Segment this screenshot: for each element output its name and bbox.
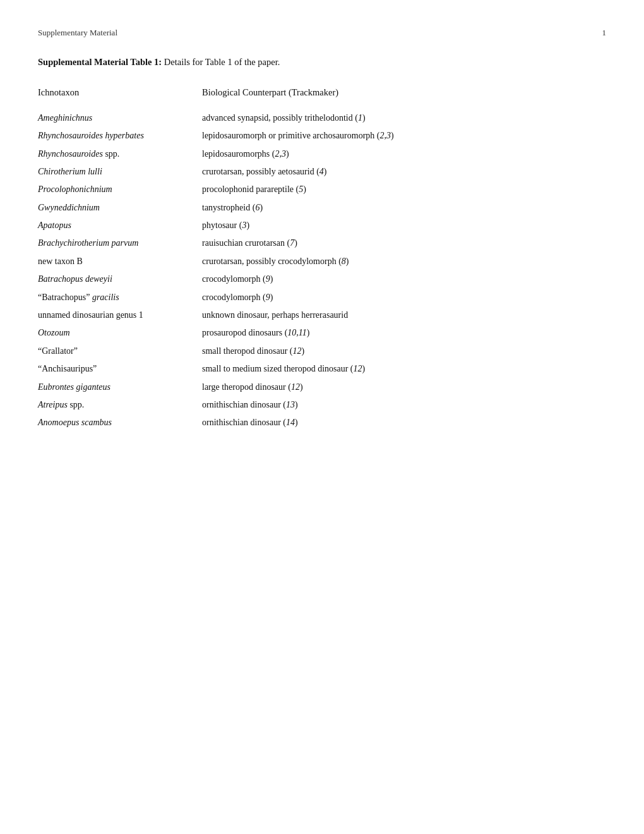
counterpart-cell: small to medium sized theropod dinosaur …: [202, 360, 606, 378]
table-row: Rhynchosauroides spp.lepidosauromorphs (…: [38, 145, 606, 163]
col-header-counterpart: Biological Counterpart (Trackmaker): [202, 87, 606, 109]
table-title-normal: Details for Table 1 of the paper.: [162, 57, 280, 67]
counterpart-cell: lepidosauromorph or primitive archosauro…: [202, 127, 606, 145]
table-row: Otozoumprosauropod dinosaurs (10,11): [38, 324, 606, 342]
taxon-cell: Anomoepus scambus: [38, 414, 202, 432]
table-row: Ameghinichnusadvanced synapsid, possibly…: [38, 109, 606, 127]
counterpart-cell: small theropod dinosaur (12): [202, 342, 606, 360]
table-row: Batrachopus deweyiicrocodylomorph (9): [38, 270, 606, 288]
page: Supplementary Material 1 Supplemental Ma…: [0, 0, 644, 834]
counterpart-cell: crocodylomorph (9): [202, 289, 606, 306]
taxon-cell: Brachychirotherium parvum: [38, 234, 202, 252]
counterpart-cell: lepidosauromorphs (2,3): [202, 145, 606, 163]
table-row: Procolophonichniumprocolophonid pararept…: [38, 181, 606, 198]
counterpart-cell: large theropod dinosaur (12): [202, 378, 606, 396]
table-row: “Grallator”small theropod dinosaur (12): [38, 342, 606, 360]
taxon-cell: Rhynchosauroides spp.: [38, 145, 202, 163]
table-row: new taxon Bcrurotarsan, possibly crocody…: [38, 253, 606, 270]
taxon-cell: new taxon B: [38, 253, 202, 270]
table-title: Supplemental Material Table 1: Details f…: [38, 56, 606, 70]
taxon-cell: unnamed dinosaurian genus 1: [38, 306, 202, 324]
table-row: “Anchisauripus”small to medium sized the…: [38, 360, 606, 378]
taxon-cell: Procolophonichnium: [38, 181, 202, 198]
counterpart-cell: crurotarsan, possibly crocodylomorph (8): [202, 253, 606, 270]
table-row: Apatopusphytosaur (3): [38, 217, 606, 234]
counterpart-cell: advanced synapsid, possibly trithelodont…: [202, 109, 606, 127]
taxon-cell: Apatopus: [38, 217, 202, 234]
counterpart-cell: ornithischian dinosaur (14): [202, 414, 606, 432]
counterpart-cell: phytosaur (3): [202, 217, 606, 234]
taxon-cell: “Batrachopus” gracilis: [38, 289, 202, 306]
taxon-cell: Gwyneddichnium: [38, 199, 202, 217]
counterpart-cell: procolophonid parareptile (5): [202, 181, 606, 198]
header-left-text: Supplementary Material: [38, 28, 117, 38]
counterpart-cell: crurotarsan, possibly aetosaurid (4): [202, 163, 606, 181]
counterpart-cell: ornithischian dinosaur (13): [202, 396, 606, 414]
taxon-cell: “Anchisauripus”: [38, 360, 202, 378]
col-header-ichnotaxon: Ichnotaxon: [38, 87, 202, 109]
table-header: Ichnotaxon Biological Counterpart (Track…: [38, 87, 606, 109]
taxon-cell: Chirotherium lulli: [38, 163, 202, 181]
counterpart-cell: crocodylomorph (9): [202, 270, 606, 288]
taxon-cell: “Grallator”: [38, 342, 202, 360]
taxon-cell: Otozoum: [38, 324, 202, 342]
table-body: Ameghinichnusadvanced synapsid, possibly…: [38, 109, 606, 432]
taxon-cell: Batrachopus deweyii: [38, 270, 202, 288]
taxon-cell: Rhynchosauroides hyperbates: [38, 127, 202, 145]
taxon-cell: Ameghinichnus: [38, 109, 202, 127]
table-row: Eubrontes giganteuslarge theropod dinosa…: [38, 378, 606, 396]
taxon-cell: Eubrontes giganteus: [38, 378, 202, 396]
table-title-bold: Supplemental Material Table 1:: [38, 57, 162, 67]
taxon-cell: Atreipus spp.: [38, 396, 202, 414]
table-row: Brachychirotherium parvumrauisuchian cru…: [38, 234, 606, 252]
counterpart-cell: tanystropheid (6): [202, 199, 606, 217]
table-row: Atreipus spp.ornithischian dinosaur (13): [38, 396, 606, 414]
main-table: Ichnotaxon Biological Counterpart (Track…: [38, 87, 606, 432]
page-number: 1: [602, 28, 607, 38]
table-row: Gwyneddichniumtanystropheid (6): [38, 199, 606, 217]
table-row: Rhynchosauroides hyperbateslepidosauromo…: [38, 127, 606, 145]
counterpart-cell: unknown dinosaur, perhaps herrerasaurid: [202, 306, 606, 324]
table-row: Anomoepus scambusornithischian dinosaur …: [38, 414, 606, 432]
counterpart-cell: prosauropod dinosaurs (10,11): [202, 324, 606, 342]
table-row: unnamed dinosaurian genus 1unknown dinos…: [38, 306, 606, 324]
table-row: Chirotherium lullicrurotarsan, possibly …: [38, 163, 606, 181]
page-header: Supplementary Material 1: [38, 28, 606, 38]
table-row: “Batrachopus” graciliscrocodylomorph (9): [38, 289, 606, 306]
counterpart-cell: rauisuchian crurotarsan (7): [202, 234, 606, 252]
